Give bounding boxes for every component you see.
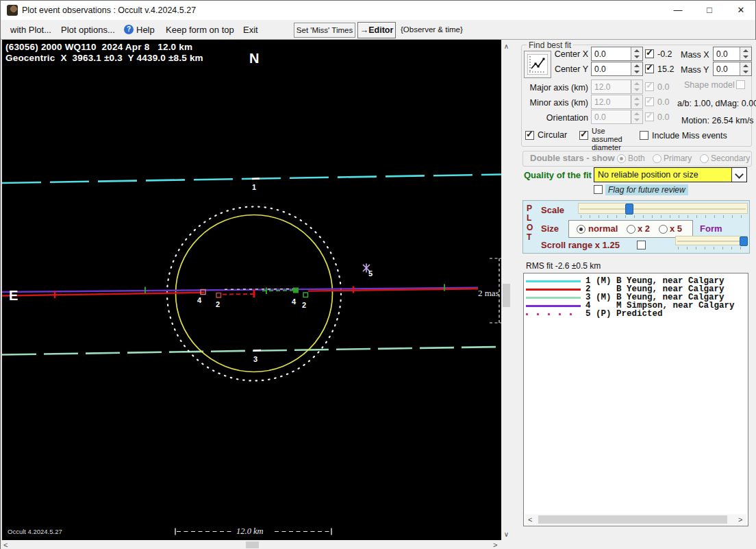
event-2-right-label: 2: [302, 301, 306, 309]
occultation-plot: [2, 40, 501, 540]
center-x-down-icon[interactable]: [631, 54, 642, 61]
scale-slider-thumb[interactable]: [625, 204, 633, 215]
chevron-down-icon: [735, 170, 744, 179]
minor-axis-label: Minor axis (km): [520, 98, 588, 108]
scroll-range-label: Scroll range x 1.25: [541, 240, 620, 250]
menu-exit[interactable]: Exit: [243, 25, 258, 35]
menu-plot-options[interactable]: Plot options...: [61, 25, 115, 35]
double-stars-primary-label: Primary: [664, 154, 692, 163]
offset-y-label: 15.2: [657, 64, 674, 74]
scroll-down-icon[interactable]: ∨: [503, 531, 510, 538]
include-miss-checkbox[interactable]: [640, 131, 648, 140]
rms-fit-label: RMS fit -2.6 ±0.5 km: [526, 261, 601, 271]
observer-legend-panel: 1 (M) B Yeung, near Calgary 2 B Yeung, n…: [523, 273, 748, 526]
legend-scroll-thumb[interactable]: [538, 515, 727, 524]
scalebar-label: 12.0 km: [234, 526, 266, 537]
major-unc-checkbox: ✓: [645, 82, 654, 91]
form-opacity-slider-thumb[interactable]: [740, 236, 748, 246]
double-stars-secondary-radio: [700, 154, 709, 163]
plot-horizontal-scrollbar[interactable]: < >: [1, 540, 512, 549]
offset-x-label: -0.2: [657, 49, 672, 59]
quality-value: No reliable position or size: [598, 170, 698, 180]
chord-3-midmark: [253, 350, 261, 351]
legend-line-5: [526, 313, 581, 315]
plot-letter-p: P: [527, 204, 532, 213]
offset-x-checkbox[interactable]: ✓: [645, 49, 654, 58]
center-y-value: 0.0: [594, 64, 606, 74]
vertical-scroll-thumb[interactable]: [503, 284, 510, 307]
assumed-diameter-label: Use assumed diameter: [592, 127, 637, 151]
size-x5-radio[interactable]: [659, 225, 668, 234]
center-y-up-icon[interactable]: [631, 62, 642, 69]
flag-review-checkbox[interactable]: [594, 185, 603, 194]
offset-y-checkbox[interactable]: ✓: [645, 64, 654, 73]
scroll-left-icon[interactable]: <: [3, 541, 8, 548]
ab-dmag-label: a/b: 1.00, dMag: 0.00: [677, 99, 756, 108]
app-icon: [7, 5, 18, 16]
center-y-label: Center Y: [542, 64, 588, 74]
mass-x-spinner[interactable]: 0.0: [713, 47, 752, 61]
find-best-fit-label: Find best fit: [527, 40, 573, 50]
mass-x-down-icon[interactable]: [740, 54, 751, 61]
assumed-diameter-checkbox[interactable]: ✓: [579, 131, 588, 140]
mass-y-label: Mass Y: [681, 65, 709, 75]
event-4-right-label: 4: [292, 297, 296, 306]
event-2-left-label: 2: [216, 300, 220, 308]
circular-label: Circular: [538, 130, 567, 140]
size-normal-radio[interactable]: [577, 225, 585, 234]
legend-scrollbar[interactable]: < >: [525, 514, 746, 525]
quality-dropdown[interactable]: No reliable position or size: [594, 167, 747, 182]
legend-line-2: [526, 289, 581, 291]
major-axis-value: 12.0: [594, 82, 610, 92]
mass-x-value: 0.0: [716, 49, 728, 59]
minor-unc-label: 0.0: [657, 97, 669, 107]
horizontal-scroll-thumb[interactable]: [246, 541, 259, 548]
scale-slider[interactable]: [578, 203, 748, 214]
chord-1-label: 1: [252, 183, 256, 191]
legend-scroll-left-icon[interactable]: <: [528, 516, 532, 523]
double-stars-primary-radio: [653, 154, 662, 163]
center-x-spinner[interactable]: 0.0: [591, 47, 643, 61]
mass-y-spinner[interactable]: 0.0: [713, 62, 752, 76]
maximize-button[interactable]: □: [694, 1, 725, 20]
minimize-button[interactable]: —: [662, 1, 694, 20]
form-opacity-slider[interactable]: [675, 236, 748, 245]
chord-1-midmark: [252, 179, 260, 180]
menu-with-plot[interactable]: with Plot...: [10, 25, 51, 35]
event-square-2-left: [216, 293, 221, 298]
mass-y-up-icon[interactable]: [740, 62, 751, 69]
menu-keep-on-top[interactable]: Keep form on top: [166, 25, 234, 35]
set-miss-times-button[interactable]: Set 'Miss' Times: [294, 23, 355, 38]
mass-y-down-icon[interactable]: [740, 69, 751, 76]
observer-time-label[interactable]: {Observer & time}: [401, 25, 463, 34]
control-panel: Find best fit Center X 0.0 ✓ -0.2 Mass X…: [512, 40, 756, 549]
plot-canvas[interactable]: (63056) 2000 WQ110 2024 Apr 8 12.0 km Ge…: [1, 40, 501, 540]
help-icon: ?: [124, 25, 134, 34]
size-x2-radio[interactable]: [627, 225, 635, 234]
legend-scroll-right-icon[interactable]: >: [738, 516, 742, 523]
center-y-spinner[interactable]: 0.0: [591, 62, 643, 76]
center-x-up-icon[interactable]: [631, 47, 642, 54]
mass-x-up-icon[interactable]: [740, 47, 751, 54]
size-normal-label: normal: [588, 223, 618, 234]
orientation-value: 0.0: [594, 112, 606, 122]
menu-help[interactable]: Help: [136, 25, 155, 35]
circular-checkbox[interactable]: ✓: [525, 131, 534, 140]
scroll-right-icon[interactable]: >: [493, 541, 497, 548]
size-x5-label: x 5: [670, 223, 682, 234]
plot-options-panel: P L O T Scale Size normal x 2 x 5 Form o…: [522, 200, 750, 254]
editor-button[interactable]: →Editor: [357, 22, 396, 38]
center-y-down-icon[interactable]: [631, 69, 642, 76]
scroll-up-icon[interactable]: ∧: [503, 43, 510, 50]
menu-bar: with Plot... Plot options... ? Help Keep…: [1, 20, 755, 40]
plot-vertical-scrollbar[interactable]: ∧ ∨: [501, 40, 512, 540]
major-axis-label: Major axis (km): [520, 83, 588, 93]
legend-line-1: [526, 280, 581, 282]
orientation-spinner: 0.0: [591, 110, 643, 124]
scroll-range-checkbox[interactable]: [637, 241, 646, 249]
chord-1-line: [2, 175, 501, 184]
legend-entry-5[interactable]: 5 (P) Predicted: [585, 309, 663, 319]
orient-unc-label: 0.0: [657, 112, 669, 122]
close-button[interactable]: ✕: [725, 1, 756, 20]
include-miss-label: Include Miss events: [652, 131, 727, 141]
